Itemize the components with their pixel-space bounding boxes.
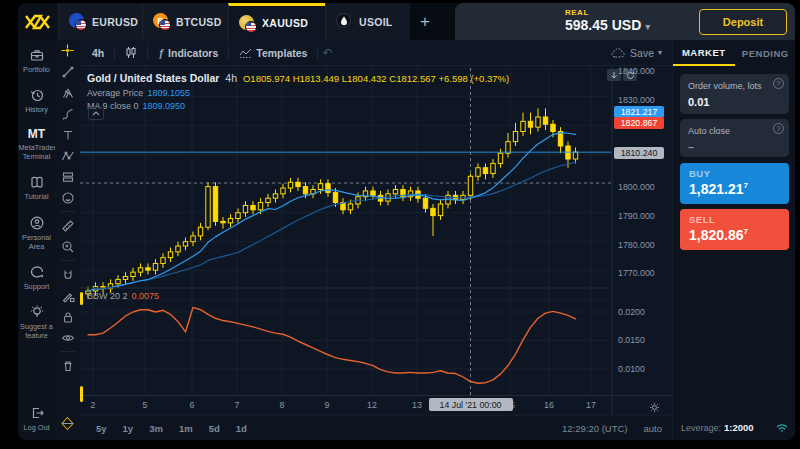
chart-area[interactable]: 4h ƒ Indicators Templates ↶ [80,40,672,415]
zoom-in-tool[interactable] [55,236,80,257]
bbw-indicator-legend: BBW 20 20.0075 [87,291,159,301]
help-icon[interactable]: ? [773,123,784,134]
price-chart-canvas[interactable] [80,66,672,415]
stay-drawing-mode-tool[interactable] [55,285,80,306]
emoji-tool[interactable] [55,187,80,208]
sidebar-label: History [19,105,55,114]
volume-label: Order volume, lots [688,81,781,91]
tab-eurusd[interactable]: EURUSD [58,3,142,40]
tab-usoil[interactable]: USOIL [325,3,410,40]
crosshair-time-badge: 14 Jul '21 00:00 [429,398,513,411]
account-type-badge: REAL [565,8,589,17]
sidebar-item-portfolio[interactable]: Portfolio [18,40,55,80]
leverage-row: Leverage: 1:2000 [673,422,795,433]
time-tick-label: 7 [225,400,249,410]
sidebar-label: Portfolio [19,65,55,74]
app-logo[interactable] [18,3,58,40]
briefcase-icon [29,47,45,63]
long-position-tool[interactable] [55,166,80,187]
time-tick-label: 12 [360,400,384,410]
tab-btcusd[interactable]: B BTCUSD [142,3,228,40]
brush-tool[interactable] [55,103,80,124]
range-1d[interactable]: 1d [232,420,251,437]
help-icon[interactable]: ? [773,78,784,89]
undo-icon[interactable]: ↶ [322,46,332,60]
order-volume-field[interactable]: Order volume, lots 0.01 ? [680,74,789,114]
chart-legend: Gold / United States Dollar 4h O1805.974… [87,71,509,114]
sidebar-label: Suggest a feature [19,322,55,340]
hide-drawings-tool[interactable] [55,327,80,348]
tab-symbol: USOIL [359,16,393,28]
time-tick-label: 13 [405,400,429,410]
range-5y[interactable]: 5y [92,420,111,437]
price-tick-label: 1830.000 [618,95,655,105]
sidebar-item-metatrader[interactable]: MT MetaTrader Terminal [18,120,55,167]
pane-handle[interactable] [80,386,83,402]
balance-value: 598.45 USD [565,17,641,33]
timezone-auto-toggle[interactable]: auto [644,423,663,434]
timeframe-button[interactable]: 4h [86,44,110,62]
tab-symbol: BTCUSD [176,16,222,28]
bbw-tick-label: 0.0100 [618,364,645,374]
remove-drawings-tool[interactable] [55,355,80,376]
trend-line-tool[interactable] [55,61,80,82]
avg-price-label: Average Price [87,88,143,98]
text-tool[interactable] [55,124,80,145]
legend-collapse-button[interactable] [88,107,104,120]
buy-label: BUY [689,168,780,179]
chart-style-button[interactable] [119,43,143,62]
pitchfork-tool[interactable] [55,82,80,103]
symbol-title: Gold / United States Dollar [87,72,219,84]
magnet-tool[interactable] [55,264,80,285]
range-1y[interactable]: 1y [119,420,138,437]
auto-close-field[interactable]: Auto close – ? [680,119,789,157]
account-panel: REAL 598.45 USD ▾ Deposit [455,3,795,40]
utc-clock: 12:29:20 (UTC) [562,423,627,434]
tab-market[interactable]: MARKET [673,40,735,66]
account-balance-selector[interactable]: 598.45 USD ▾ [565,17,650,33]
tab-symbol: EURUSD [92,16,138,28]
tab-xauusd[interactable]: XAUUSD [228,3,325,40]
sell-button[interactable]: SELL 1,820.867 [680,209,789,250]
buy-button[interactable]: BUY 1,821.217 [680,163,789,204]
ohlc-open: O1805.974 [243,73,290,84]
xabcd-pattern-tool[interactable] [55,145,80,166]
sidebar-item-history[interactable]: History [18,80,55,120]
time-tick-label: 8 [270,400,294,410]
time-axis[interactable]: 256789121315161714 Jul '21 00:00 [80,395,672,416]
mt-logo: MT [28,127,45,141]
save-layout-button[interactable]: Save ▾ [611,47,666,59]
lock-drawings-tool[interactable] [55,306,80,327]
sidebar-item-logout[interactable]: Log Out [18,398,55,438]
fx-icon: ƒ [158,47,164,59]
range-5d[interactable]: 5d [205,420,224,437]
object-tree-icon[interactable] [55,413,80,434]
legend-timeframe: 4h [225,72,237,84]
deposit-button[interactable]: Deposit [699,9,787,35]
sidebar: Portfolio History MT MetaTrader Terminal… [18,40,55,440]
templates-label: Templates [256,47,307,59]
range-1m[interactable]: 1m [175,420,197,437]
price-axis[interactable]: 1840.0001830.0001800.0001790.0001780.000… [614,66,672,395]
bbw-tick-label: 0.0150 [618,335,645,345]
bulb-icon [29,304,45,320]
crosshair-tool[interactable] [55,40,80,61]
range-3m[interactable]: 3m [145,420,167,437]
time-tick-label: 6 [180,400,204,410]
volume-value[interactable]: 0.01 [688,96,781,108]
sidebar-item-suggest-feature[interactable]: Suggest a feature [18,297,55,346]
indicators-button[interactable]: ƒ Indicators [152,44,224,62]
auto-close-value[interactable]: – [688,141,781,153]
pane-handle[interactable] [80,292,83,305]
chat-icon [29,264,45,280]
sidebar-item-support[interactable]: Support [18,257,55,297]
sidebar-item-tutorial[interactable]: Tutorial [18,167,55,207]
measure-tool[interactable] [55,215,80,236]
eurusd-pair-icon [69,13,86,30]
templates-button[interactable]: Templates [233,44,313,62]
tab-pending[interactable]: PENDING [735,40,796,66]
indicators-label: Indicators [168,47,218,59]
add-instrument-button[interactable]: + [410,3,440,40]
ohlc-close: C1812.567 [389,73,435,84]
sidebar-item-personal-area[interactable]: Personal Area [18,208,55,257]
